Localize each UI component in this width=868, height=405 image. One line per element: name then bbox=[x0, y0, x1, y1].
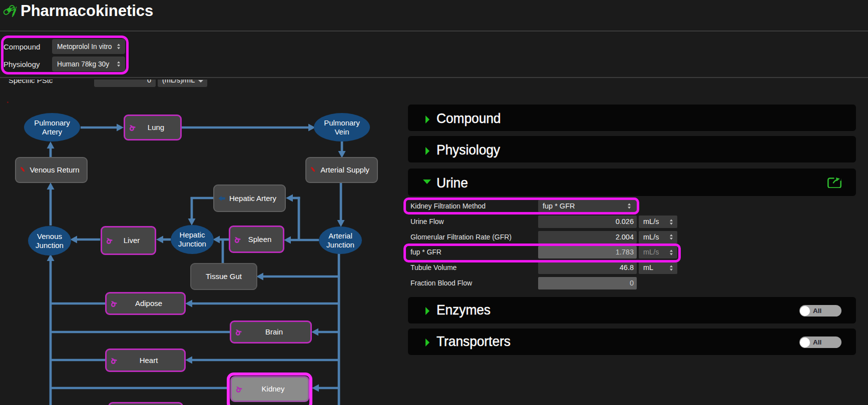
unit-spinner-icon bbox=[670, 264, 674, 272]
pills-icon bbox=[3, 4, 18, 18]
triangle-right-icon bbox=[425, 338, 429, 346]
node-pulmonary-artery[interactable]: Pulmonary Artery bbox=[24, 113, 80, 142]
clipped-parameter-row: Specific PStc 0 (mL/s)/mL bbox=[0, 80, 380, 88]
fraction-blood-flow-value: 0 bbox=[630, 279, 634, 287]
kidney-filtration-method-value: fup * GFR bbox=[543, 202, 575, 210]
content-divider bbox=[0, 77, 868, 78]
physiology-select[interactable]: Human 78kg 30y bbox=[52, 56, 125, 72]
node-arterial-junction[interactable]: Arterial Junction bbox=[319, 226, 362, 254]
fraction-blood-flow-input: 0 bbox=[538, 277, 637, 290]
gfr-input[interactable]: 2.004 bbox=[538, 231, 637, 244]
tubule-volume-unit-select[interactable]: mL bbox=[639, 262, 677, 274]
node-kidney[interactable]: Kidney bbox=[230, 376, 309, 402]
specific-pstc-input[interactable]: 0 bbox=[94, 80, 156, 87]
fraction-blood-flow-label: Fraction Blood Flow bbox=[410, 279, 472, 287]
flask-icon bbox=[106, 236, 114, 244]
fup-gfr-value: 1.783 bbox=[616, 248, 634, 256]
page-title: Pharmacokinetics bbox=[21, 2, 153, 20]
gfr-unit-select[interactable]: mL/s bbox=[639, 231, 677, 244]
node-liver[interactable]: Liver bbox=[101, 226, 156, 255]
fup-gfr-input: 1.783 bbox=[538, 246, 637, 258]
tubule-volume-input[interactable]: 46.8 bbox=[538, 262, 637, 274]
edge-arrowheads bbox=[47, 124, 346, 392]
compound-spinner-icon[interactable] bbox=[117, 43, 121, 50]
red-dot bbox=[7, 102, 9, 103]
accordion-physiology-title: Physiology bbox=[437, 142, 500, 158]
export-icon[interactable] bbox=[827, 177, 842, 188]
triangle-right-icon bbox=[425, 307, 429, 315]
compound-label: Compound bbox=[4, 42, 40, 51]
chevron-down-icon bbox=[198, 80, 203, 82]
fup-gfr-label: fup * GFR bbox=[410, 248, 442, 256]
specific-pstc-value: 0 bbox=[147, 80, 151, 84]
urine-flow-input[interactable]: 0.026 bbox=[538, 216, 637, 228]
gfr-label: Glomerular Filtration Rate (GFR) bbox=[410, 233, 512, 241]
specific-pstc-label: Specific PStc bbox=[9, 80, 53, 84]
transporters-all-toggle[interactable]: All bbox=[799, 336, 841, 348]
accordion-compound-title: Compound bbox=[437, 110, 501, 126]
kidney-filtration-method-label: Kidney Filtration Method bbox=[410, 202, 486, 210]
urine-flow-unit-select[interactable]: mL/s bbox=[639, 216, 677, 228]
flask-icon bbox=[110, 300, 118, 308]
node-hepatic-junction[interactable]: Hepatic Junction bbox=[171, 225, 214, 254]
artery-icon bbox=[310, 166, 318, 174]
compound-select-value: Metoprolol In vitro bbox=[57, 39, 112, 54]
node-lung[interactable]: Lung bbox=[124, 114, 182, 140]
toggle-knob bbox=[800, 306, 810, 316]
accordion-transporters-title: Transporters bbox=[437, 334, 511, 350]
flask-icon bbox=[110, 356, 118, 364]
physiology-spinner-icon[interactable] bbox=[117, 60, 121, 68]
node-arterial-supply[interactable]: Arterial Supply bbox=[305, 157, 378, 183]
specific-pstc-unit-value: (mL/s)/mL bbox=[162, 80, 195, 84]
physiology-select-value: Human 78kg 30y bbox=[57, 56, 109, 72]
flask-icon bbox=[235, 328, 243, 336]
pharmacokinetics-app: Pharmacokinetics Compound Metoprolol In … bbox=[0, 0, 868, 405]
flask-icon bbox=[234, 236, 242, 244]
node-venous-return[interactable]: Venous Return bbox=[15, 157, 88, 183]
node-adipose[interactable]: Adipose bbox=[105, 292, 186, 315]
triangle-right-icon bbox=[425, 147, 429, 155]
gfr-value: 2.004 bbox=[616, 233, 634, 241]
enzymes-all-toggle[interactable]: All bbox=[799, 305, 841, 316]
unit-spinner-icon bbox=[670, 234, 674, 241]
node-venous-junction[interactable]: Venous Junction bbox=[28, 226, 71, 256]
app-header: Pharmacokinetics bbox=[0, 0, 868, 31]
node-spleen[interactable]: Spleen bbox=[229, 226, 284, 253]
urine-flow-label: Urine Flow bbox=[410, 218, 444, 226]
unit-spinner-icon bbox=[670, 248, 674, 256]
fup-gfr-unit-value: mL/s bbox=[643, 248, 659, 256]
fup-gfr-unit-select[interactable]: mL/s bbox=[639, 246, 677, 258]
node-pulmonary-vein[interactable]: Pulmonary Vein bbox=[314, 113, 370, 142]
compound-select[interactable]: Metoprolol In vitro bbox=[52, 39, 125, 54]
arrow-left-icon bbox=[218, 194, 226, 202]
kidney-filtration-method-select[interactable]: fup * GFR bbox=[538, 200, 637, 212]
accordion-enzymes-title: Enzymes bbox=[437, 302, 491, 318]
tubule-volume-label: Tubule Volume bbox=[410, 264, 457, 272]
flask-icon bbox=[235, 385, 243, 393]
specific-pstc-unit-select[interactable]: (mL/s)/mL bbox=[158, 80, 207, 87]
flask-icon bbox=[129, 124, 137, 132]
node-tissue-gut[interactable]: Tissue Gut bbox=[190, 263, 257, 290]
header-divider bbox=[0, 30, 868, 32]
urine-flow-value: 0.026 bbox=[616, 218, 634, 226]
node-partial[interactable] bbox=[108, 402, 183, 405]
accordion-urine-title: Urine bbox=[437, 175, 468, 191]
unit-spinner-icon bbox=[670, 218, 674, 226]
vein-icon bbox=[20, 166, 28, 174]
node-brain[interactable]: Brain bbox=[230, 320, 312, 344]
urine-flow-unit-value: mL/s bbox=[643, 218, 659, 226]
triangle-down-icon bbox=[423, 180, 431, 184]
select-spinner-icon bbox=[628, 202, 632, 210]
tubule-volume-value: 46.8 bbox=[620, 264, 634, 272]
physiology-label: Physiology bbox=[4, 60, 40, 68]
accordion-urine[interactable] bbox=[408, 168, 856, 196]
gfr-unit-value: mL/s bbox=[643, 233, 659, 241]
toggle-knob bbox=[800, 338, 810, 348]
triangle-right-icon bbox=[425, 116, 429, 124]
tubule-volume-unit-value: mL bbox=[643, 264, 653, 272]
node-hepatic-artery[interactable]: Hepatic Artery bbox=[213, 184, 286, 212]
node-heart[interactable]: Heart bbox=[105, 348, 186, 372]
